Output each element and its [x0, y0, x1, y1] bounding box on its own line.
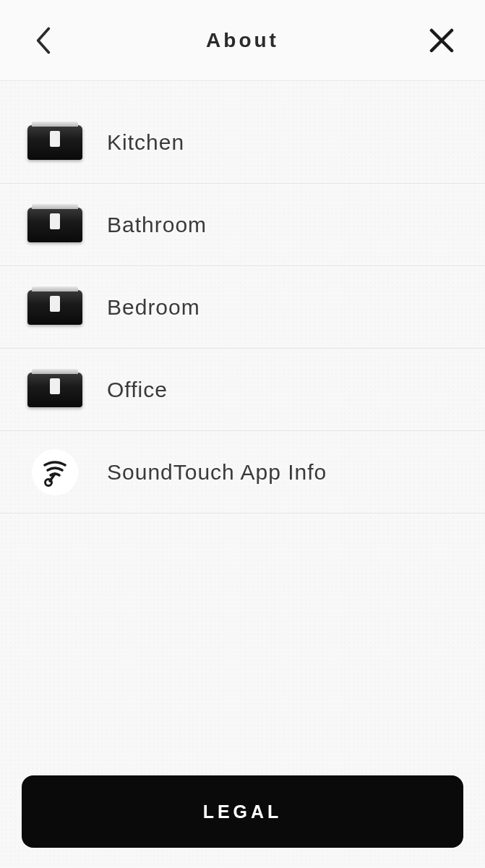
device-item-bedroom[interactable]: Bedroom [0, 266, 485, 349]
close-button[interactable] [427, 26, 456, 55]
speaker-icon [27, 370, 82, 410]
device-label: Bedroom [107, 295, 200, 320]
soundtouch-app-icon [27, 452, 82, 493]
speaker-icon [27, 122, 82, 163]
app-info-label: SoundTouch App Info [107, 460, 327, 485]
device-item-office[interactable]: Office [0, 349, 485, 431]
legal-button[interactable]: LEGAL [22, 775, 463, 848]
speaker-icon [27, 287, 82, 328]
page-title: About [206, 29, 279, 52]
content-area: Kitchen Bathroom Bedroom Office [0, 81, 485, 868]
header: About [0, 0, 485, 81]
device-item-kitchen[interactable]: Kitchen [0, 101, 485, 184]
svg-point-1 [46, 479, 52, 485]
app-info-item[interactable]: SoundTouch App Info [0, 431, 485, 514]
footer: LEGAL [22, 775, 463, 848]
close-icon [429, 28, 454, 53]
device-item-bathroom[interactable]: Bathroom [0, 184, 485, 266]
device-label: Kitchen [107, 130, 184, 155]
chevron-left-icon [35, 27, 51, 54]
device-label: Bathroom [107, 213, 207, 237]
speaker-icon [27, 205, 82, 245]
back-button[interactable] [29, 26, 58, 55]
device-label: Office [107, 378, 168, 402]
